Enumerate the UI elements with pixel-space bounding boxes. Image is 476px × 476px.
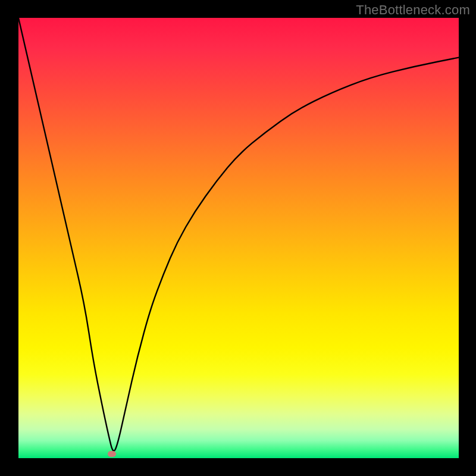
plot-area [18,18,459,458]
chart-frame: TheBottleneck.com [0,0,476,476]
bottleneck-curve-svg [18,18,459,458]
bottleneck-curve-path [18,18,459,451]
optimum-marker [108,451,116,457]
watermark-text: TheBottleneck.com [356,2,470,18]
